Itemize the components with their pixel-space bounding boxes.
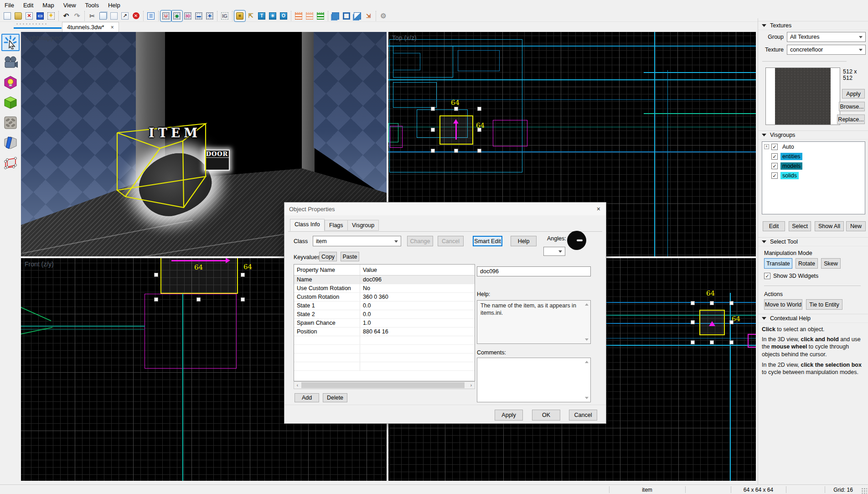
vertex-tool-icon[interactable] — [1, 154, 20, 172]
new-file-icon[interactable] — [2, 11, 12, 21]
selection-handle[interactable] — [477, 128, 481, 132]
selection-handle[interactable] — [196, 297, 201, 302]
angles-dial[interactable] — [567, 231, 586, 250]
selection-handle[interactable] — [454, 149, 458, 153]
contextual-help-section-header[interactable]: Contextual Help — [758, 314, 868, 323]
selection-handle[interactable] — [729, 320, 734, 324]
move-to-world-button[interactable]: Move to World — [764, 299, 802, 310]
scroll-right-icon[interactable]: › — [468, 383, 475, 388]
selection-handle[interactable] — [729, 340, 734, 344]
larger-grid-icon[interactable]: ✚ — [205, 11, 215, 21]
visgroups-section-header[interactable]: Visgroups — [758, 130, 868, 140]
selection-handle[interactable] — [454, 107, 458, 111]
visgroup-row[interactable]: ✓ entities — [762, 151, 865, 161]
dialog-title-bar[interactable]: Object Properties — [284, 203, 606, 215]
visgroup-row[interactable]: ✓ models — [762, 161, 865, 171]
help-textbox[interactable]: The name of the item, as it appears in i… — [477, 300, 591, 344]
translate-arrow[interactable] — [171, 260, 226, 261]
help-scrollbar[interactable] — [584, 302, 589, 343]
menu-file[interactable]: File — [0, 1, 19, 10]
copy-icon[interactable] — [98, 11, 108, 21]
visgroup-new-button[interactable]: New — [846, 221, 866, 231]
select-tool-section-header[interactable]: Select Tool — [758, 237, 868, 246]
class-combobox[interactable]: item — [313, 236, 401, 246]
menu-tools[interactable]: Tools — [81, 1, 103, 10]
textures-section-header[interactable]: Textures — [758, 21, 868, 30]
document-tab[interactable]: 4tunnels.3dw* × — [62, 22, 119, 32]
delete-icon[interactable]: ✕ — [131, 11, 141, 21]
autosize-views-icon[interactable]: ⇲ — [363, 11, 373, 21]
selection-handle[interactable] — [477, 149, 481, 153]
selection-handle[interactable] — [710, 340, 714, 344]
menu-view[interactable]: View — [59, 1, 81, 10]
selection-handle[interactable] — [154, 273, 158, 277]
brush-tool-icon[interactable] — [1, 94, 20, 111]
table-row[interactable]: State 1 0.0 — [294, 302, 475, 310]
undo-icon[interactable]: ↶ — [61, 11, 71, 21]
split-windows-icon[interactable] — [352, 11, 362, 21]
selection-handle[interactable] — [241, 297, 245, 302]
paste-icon[interactable] — [109, 11, 119, 21]
show-clip-icon[interactable]: O — [279, 11, 289, 21]
visgroup-show-all-button[interactable]: Show All — [815, 221, 844, 231]
texture-application-tool-icon[interactable] — [1, 114, 20, 131]
selection-tool-icon[interactable] — [1, 34, 20, 51]
visgroup-checkbox[interactable]: ✓ — [771, 144, 778, 150]
table-row[interactable]: Name doc096 — [294, 276, 475, 284]
group-icon[interactable] — [294, 11, 304, 21]
save-file-icon[interactable]: ▭ — [35, 11, 45, 21]
selection-handle[interactable] — [710, 301, 714, 305]
visgroup-row[interactable]: ✓ solids — [762, 171, 865, 180]
visgroup-checkbox[interactable]: ✓ — [771, 172, 778, 179]
toggle-group-icon[interactable] — [315, 11, 326, 21]
apply-button[interactable]: Apply — [495, 410, 523, 421]
copy-keyvalues-button[interactable]: Copy — [319, 252, 337, 261]
open-file-icon[interactable] — [13, 11, 23, 21]
close-file-icon[interactable]: ✕ — [24, 11, 34, 21]
ok-button[interactable]: OK — [532, 410, 560, 421]
texture-replace-button[interactable]: Replace... — [837, 114, 865, 124]
smart-edit-button[interactable]: Smart Edit — [473, 236, 502, 246]
translate-arrow[interactable] — [455, 123, 457, 140]
menu-help[interactable]: Help — [103, 1, 125, 10]
texture-browse-button[interactable]: Browse... — [839, 102, 865, 111]
translate-mode-button[interactable]: Translate — [764, 258, 792, 269]
run-map-icon[interactable]: ⚘ — [46, 11, 56, 21]
tab-class-info[interactable]: Class Info — [290, 219, 325, 231]
texture-lock-icon[interactable]: tl — [235, 11, 245, 21]
clip-tool-icon[interactable] — [1, 134, 20, 151]
grid-3d-icon[interactable]: 3D — [183, 11, 193, 21]
paste-special-icon[interactable]: ↗ — [120, 11, 130, 21]
ungroup-icon[interactable] — [305, 11, 315, 21]
texture-combobox[interactable]: concretefloor — [787, 45, 866, 55]
visgroups-list[interactable]: + ✓ Auto ✓ entities ✓ models ✓ solids — [762, 141, 865, 214]
tab-visgroup[interactable]: Visgroup — [347, 220, 379, 231]
tab-flags[interactable]: Flags — [325, 220, 348, 231]
selection-handle[interactable] — [241, 273, 245, 277]
show-grid-icon[interactable]: ◉ — [172, 11, 182, 21]
ignore-groups-icon[interactable]: IG — [220, 11, 230, 21]
cascade-windows-icon[interactable] — [331, 11, 341, 21]
scroll-left-icon[interactable]: ‹ — [294, 383, 301, 388]
smaller-grid-icon[interactable]: ▬ — [194, 11, 204, 21]
selection-handle[interactable] — [431, 107, 435, 111]
menu-map[interactable]: Map — [38, 1, 58, 10]
redo-icon[interactable]: ↷ — [72, 11, 82, 21]
tie-to-entity-button[interactable]: Tie to Entity — [806, 299, 842, 310]
dialog-close-icon[interactable]: × — [597, 205, 600, 213]
snap-to-grid-icon[interactable]: U — [161, 11, 171, 21]
visgroup-edit-button[interactable]: Edit — [763, 221, 785, 231]
table-row[interactable]: Spawn Chance 1.0 — [294, 319, 475, 328]
angles-combobox[interactable] — [543, 247, 565, 256]
visgroup-checkbox[interactable]: ✓ — [771, 153, 778, 160]
visgroup-auto-row[interactable]: + ✓ Auto — [762, 142, 865, 151]
table-row[interactable]: Use Custom Rotation No — [294, 284, 475, 293]
camera-tool-icon[interactable] — [1, 54, 20, 71]
map-properties-icon[interactable]: ☰ — [146, 11, 156, 21]
selection-handle[interactable] — [477, 107, 481, 111]
paste-keyvalues-button[interactable]: Paste — [341, 252, 359, 261]
table-row[interactable]: State 2 0.0 — [294, 310, 475, 319]
comments-scrollbar[interactable] — [584, 359, 589, 401]
resize-grip[interactable] — [861, 488, 867, 494]
tab-close-icon[interactable]: × — [111, 24, 114, 31]
